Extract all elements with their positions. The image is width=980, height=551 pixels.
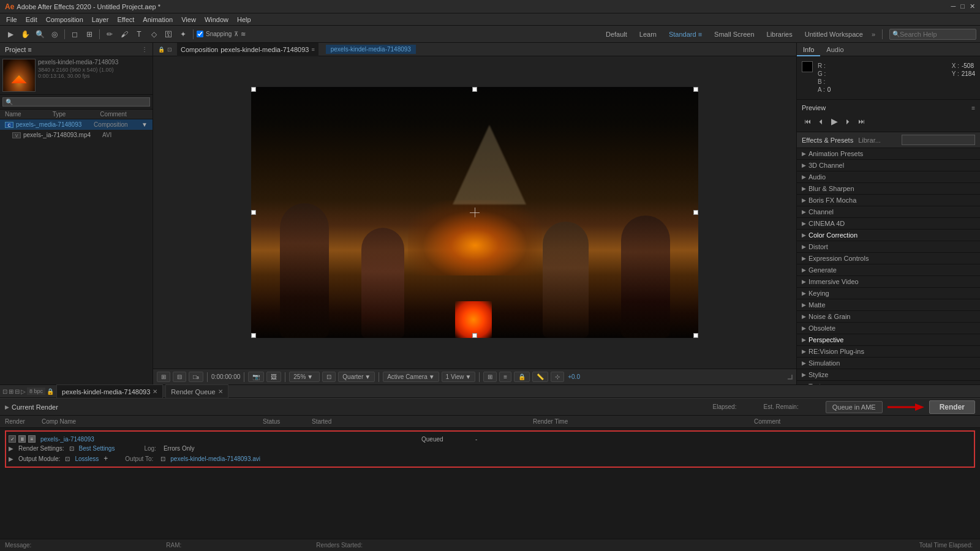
panel-icon-3[interactable]: ⊟ — [15, 388, 20, 395]
show-snapshot-btn[interactable]: 🖼 — [266, 372, 281, 382]
preview-next-btn[interactable]: ⏵ — [842, 116, 853, 127]
puppet-tool[interactable]: ✦ — [176, 28, 190, 41]
tab-render-close[interactable]: ✕ — [218, 388, 223, 395]
add-output-module-btn[interactable]: + — [104, 454, 108, 463]
viewer-ruler-btn[interactable]: 📏 — [532, 372, 548, 382]
tab-info[interactable]: Info — [797, 43, 820, 56]
panel-icon-1[interactable]: ⊡ — [2, 388, 7, 395]
selection-tool[interactable]: ▶ — [4, 28, 17, 41]
comp-viewer[interactable] — [153, 56, 796, 369]
menu-edit[interactable]: Edit — [22, 13, 41, 26]
effects-library-tab[interactable]: Librar... — [858, 137, 881, 144]
handle-bm[interactable] — [472, 333, 477, 338]
zoom-select[interactable]: 25% ▼ — [289, 372, 320, 382]
category-blur-sharpen[interactable]: ▶ Blur & Sharpen — [797, 183, 980, 195]
resolution-btn[interactable]: Quarter ▼ — [338, 372, 375, 382]
orbit-tool[interactable]: ◎ — [48, 28, 61, 41]
output-to-value[interactable]: pexels-kindel-media-7148093.avi — [170, 455, 260, 462]
new-comp-icon[interactable]: ◻ — [68, 28, 81, 41]
workspace-learn[interactable]: Learn — [636, 29, 660, 39]
search-box[interactable]: 🔍 — [889, 29, 976, 40]
viewer-options-btn[interactable]: ⊞ — [483, 372, 497, 382]
time-display[interactable]: 0:00:00:00 — [211, 373, 240, 380]
effects-search-input[interactable] — [902, 135, 975, 145]
menu-layer[interactable]: Layer — [88, 13, 113, 26]
brush-tool[interactable]: 🖌 — [118, 28, 131, 41]
viewer-lock-btn[interactable]: 🔒 — [514, 372, 530, 382]
workspace-standard[interactable]: Standard ≡ — [665, 29, 706, 39]
snapping-checkbox[interactable] — [197, 31, 203, 37]
render-item-name-0[interactable]: pexels-_ia-7148093 — [40, 436, 417, 443]
category-revision[interactable]: ▶ RE:Vision Plug-ins — [797, 346, 980, 358]
project-options-icon[interactable]: ⋮ — [141, 46, 148, 53]
category-audio[interactable]: ▶ Audio — [797, 171, 980, 183]
category-keying[interactable]: ▶ Keying — [797, 288, 980, 299]
tab-comp-close[interactable]: ✕ — [153, 388, 157, 395]
menu-effect[interactable]: Effect — [113, 13, 138, 26]
menu-file[interactable]: File — [2, 13, 21, 26]
tab-render-queue[interactable]: Render Queue ✕ — [165, 384, 228, 398]
handle-ml[interactable] — [251, 210, 256, 215]
workspace-default[interactable]: Default — [602, 29, 631, 39]
viewer-resize-handle[interactable] — [788, 375, 793, 380]
pen-tool[interactable]: ✏ — [103, 28, 116, 41]
output-module-value[interactable]: Lossless — [75, 455, 99, 462]
project-item-0[interactable]: C pexels-_media-7148093 Composition ▼ — [0, 119, 153, 130]
hand-tool[interactable]: ✋ — [18, 28, 32, 41]
preview-options-icon[interactable]: ≡ — [971, 105, 975, 111]
minimize-button[interactable]: ─ — [951, 2, 956, 10]
queue-ame-button[interactable]: Queue in AME — [826, 401, 883, 413]
viewer-more-btn[interactable]: ≡ — [499, 372, 511, 382]
viewer-guides-btn[interactable]: ⊹ — [551, 372, 564, 382]
category-matte[interactable]: ▶ Matte — [797, 299, 980, 311]
panel-icon-2[interactable]: ⊞ — [9, 388, 13, 395]
shape-tool[interactable]: ◇ — [147, 28, 160, 41]
tab-comp-timeline[interactable]: pexels-kindel-media-7148093 ✕ — [56, 384, 163, 398]
category-cinema4d[interactable]: ▶ CINEMA 4D — [797, 218, 980, 230]
grid-icon[interactable]: ⊞ — [83, 28, 96, 41]
panel-icon-4[interactable]: ▷ — [21, 388, 26, 395]
tab-audio[interactable]: Audio — [820, 43, 850, 56]
handle-tm[interactable] — [472, 87, 477, 92]
category-obsolete[interactable]: ▶ Obsolete — [797, 323, 980, 334]
category-perspective[interactable]: ▶ Perspective — [797, 334, 980, 346]
preview-first-btn[interactable]: ⏮ — [802, 116, 813, 127]
snapshot-btn[interactable]: 📷 — [248, 372, 264, 382]
project-item-arrow-0[interactable]: ▼ — [141, 121, 148, 128]
render-settings-value[interactable]: Best Settings — [79, 445, 115, 452]
category-3d-channel[interactable]: ▶ 3D Channel — [797, 160, 980, 171]
comp-3d-btn[interactable]: □₃ — [189, 372, 203, 382]
workspace-untitled[interactable]: Untitled Workspace — [801, 29, 867, 39]
category-simulation[interactable]: ▶ Simulation — [797, 358, 980, 369]
maximize-button[interactable]: □ — [960, 2, 965, 10]
menu-window[interactable]: Window — [201, 13, 232, 26]
workspace-more-icon[interactable]: » — [872, 31, 875, 38]
category-distort[interactable]: ▶ Distort — [797, 241, 980, 253]
view-select[interactable]: 1 View ▼ — [442, 372, 476, 382]
text-tool[interactable]: T — [132, 28, 146, 41]
category-generate[interactable]: ▶ Generate — [797, 264, 980, 276]
preview-play-btn[interactable]: ▶ — [829, 116, 840, 127]
handle-br[interactable] — [693, 333, 698, 338]
category-immersive[interactable]: ▶ Immersive Video — [797, 276, 980, 288]
title-bar-controls[interactable]: ─ □ ✕ — [951, 2, 975, 10]
category-stylize[interactable]: ▶ Stylize — [797, 369, 980, 381]
render-options-btn[interactable]: ≡ — [28, 435, 36, 443]
render-pause-btn[interactable]: ⏸ — [18, 435, 26, 443]
handle-tl[interactable] — [251, 87, 256, 92]
search-input[interactable] — [900, 31, 973, 38]
zoom-tool[interactable]: 🔍 — [33, 28, 47, 41]
menu-animation[interactable]: Animation — [139, 13, 176, 26]
preview-last-btn[interactable]: ⏭ — [856, 116, 867, 127]
current-render-toggle[interactable]: ▶ Current Render — [5, 403, 58, 411]
expand-icon-output[interactable]: ▶ — [9, 455, 13, 462]
handle-bl[interactable] — [251, 333, 256, 338]
category-channel[interactable]: ▶ Channel — [797, 206, 980, 218]
category-noise-grain[interactable]: ▶ Noise & Grain — [797, 311, 980, 323]
comp-tab-main[interactable]: Composition pexels-kindel-media-7148093 … — [177, 43, 318, 56]
comp-grid-btn[interactable]: ⊞ — [157, 372, 170, 382]
fit-btn[interactable]: ⊡ — [322, 372, 336, 382]
preview-prev-btn[interactable]: ⏴ — [815, 116, 826, 127]
roto-tool[interactable]: ⚿ — [162, 28, 175, 41]
menu-help[interactable]: Help — [233, 13, 255, 26]
